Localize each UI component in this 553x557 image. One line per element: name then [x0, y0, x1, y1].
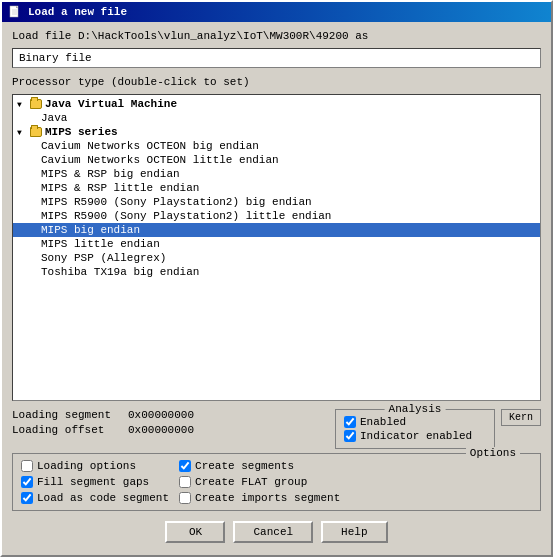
loading-offset-value: 0x00000000 — [128, 424, 194, 436]
tree-group-mips-label: MIPS series — [45, 126, 118, 138]
ok-button[interactable]: OK — [165, 521, 225, 543]
create-segments-label: Create segments — [195, 460, 294, 472]
tree-group-jvm-label: Java Virtual Machine — [45, 98, 177, 110]
file-path-label: Load file D:\HackTools\vlun_analyz\IoT\M… — [12, 30, 541, 42]
content-area: Load file D:\HackTools\vlun_analyz\IoT\M… — [2, 22, 551, 555]
create-segments-checkbox[interactable] — [179, 460, 191, 472]
title-bar: Load a new file — [2, 2, 551, 22]
processor-tree[interactable]: ▼ Java Virtual Machine Java ▼ MIPS serie… — [12, 94, 541, 401]
chevron-jvm: ▼ — [17, 100, 27, 109]
tree-item-java[interactable]: Java — [13, 111, 540, 125]
tree-item-toshiba-label: Toshiba TX19a big endian — [41, 266, 199, 278]
option-fill-gaps: Fill segment gaps — [21, 476, 169, 488]
tree-group-jvm[interactable]: ▼ Java Virtual Machine — [13, 97, 540, 111]
chevron-mips: ▼ — [17, 128, 27, 137]
folder-icon-jvm — [30, 99, 42, 109]
tree-item-r5900-big[interactable]: MIPS R5900 (Sony Playstation2) big endia… — [13, 195, 540, 209]
tree-item-toshiba[interactable]: Toshiba TX19a big endian — [13, 265, 540, 279]
analysis-indicator-label: Indicator enabled — [360, 430, 472, 442]
tree-item-cavium-little-label: Cavium Networks OCTEON little endian — [41, 154, 279, 166]
tree-item-mips-rsp-little-label: MIPS & RSP little endian — [41, 182, 199, 194]
fill-segment-gaps-checkbox[interactable] — [21, 476, 33, 488]
loading-segment-value: 0x00000000 — [128, 409, 194, 421]
document-icon — [8, 5, 22, 19]
loading-segment-label: Loading segment — [12, 409, 122, 421]
help-button[interactable]: Help — [321, 521, 387, 543]
options-right-col: Create segments Create FLAT group Create… — [179, 458, 340, 506]
kern-box: Kern — [501, 409, 541, 426]
analysis-box: Analysis Enabled Indicator enabled — [335, 409, 495, 449]
analysis-enabled-label: Enabled — [360, 416, 406, 428]
option-create-segments: Create segments — [179, 460, 340, 472]
option-create-imports: Create imports segment — [179, 492, 340, 504]
analysis-indicator-checkbox[interactable] — [344, 430, 356, 442]
tree-item-r5900-little-label: MIPS R5900 (Sony Playstation2) little en… — [41, 210, 331, 222]
analysis-title: Analysis — [385, 403, 446, 415]
analysis-enabled-checkbox[interactable] — [344, 416, 356, 428]
button-row: OK Cancel Help — [12, 521, 541, 543]
option-create-flat: Create FLAT group — [179, 476, 340, 488]
loading-offset-label: Loading offset — [12, 424, 122, 436]
tree-item-mips-little-label: MIPS little endian — [41, 238, 160, 250]
loading-options-checkbox[interactable] — [21, 460, 33, 472]
tree-item-mips-big[interactable]: MIPS big endian — [13, 223, 540, 237]
option-loading-options: Loading options — [21, 460, 169, 472]
processor-type-label: Processor type (double-click to set) — [12, 76, 541, 88]
folder-icon-mips — [30, 127, 42, 137]
tree-item-mips-rsp-big-label: MIPS & RSP big endian — [41, 168, 180, 180]
create-flat-group-checkbox[interactable] — [179, 476, 191, 488]
option-load-code: Load as code segment — [21, 492, 169, 504]
loading-segment-row: Loading segment 0x00000000 — [12, 409, 329, 421]
options-left-col: Loading options Fill segment gaps Load a… — [21, 458, 169, 506]
tree-item-cavium-little[interactable]: Cavium Networks OCTEON little endian — [13, 153, 540, 167]
analysis-enabled-row: Enabled — [344, 416, 486, 428]
kern-label: Kern — [509, 412, 533, 423]
tree-item-mips-rsp-big[interactable]: MIPS & RSP big endian — [13, 167, 540, 181]
create-imports-checkbox[interactable] — [179, 492, 191, 504]
loading-fields: Loading segment 0x00000000 Loading offse… — [12, 409, 329, 436]
tree-item-mips-little[interactable]: MIPS little endian — [13, 237, 540, 251]
bottom-section: Loading segment 0x00000000 Loading offse… — [12, 405, 541, 547]
create-flat-group-label: Create FLAT group — [195, 476, 307, 488]
tree-item-psp[interactable]: Sony PSP (Allegrex) — [13, 251, 540, 265]
tree-item-mips-big-label: MIPS big endian — [41, 224, 140, 236]
cancel-button[interactable]: Cancel — [233, 521, 313, 543]
fill-segment-gaps-label: Fill segment gaps — [37, 476, 149, 488]
options-box: Options Loading options Fill segment gap… — [12, 453, 541, 511]
tree-item-cavium-big-label: Cavium Networks OCTEON big endian — [41, 140, 259, 152]
main-window: Load a new file Load file D:\HackTools\v… — [0, 0, 553, 557]
load-code-segment-checkbox[interactable] — [21, 492, 33, 504]
tree-item-r5900-little[interactable]: MIPS R5900 (Sony Playstation2) little en… — [13, 209, 540, 223]
tree-item-java-label: Java — [41, 112, 67, 124]
loading-options-label: Loading options — [37, 460, 136, 472]
tree-item-r5900-big-label: MIPS R5900 (Sony Playstation2) big endia… — [41, 196, 312, 208]
tree-item-cavium-big[interactable]: Cavium Networks OCTEON big endian — [13, 139, 540, 153]
analysis-indicator-row: Indicator enabled — [344, 430, 486, 442]
file-type-input[interactable] — [12, 48, 541, 68]
create-imports-label: Create imports segment — [195, 492, 340, 504]
title-text: Load a new file — [28, 6, 127, 18]
loading-offset-row: Loading offset 0x00000000 — [12, 424, 329, 436]
load-code-segment-label: Load as code segment — [37, 492, 169, 504]
options-title: Options — [466, 447, 520, 459]
tree-group-mips[interactable]: ▼ MIPS series — [13, 125, 540, 139]
tree-item-psp-label: Sony PSP (Allegrex) — [41, 252, 166, 264]
tree-item-mips-rsp-little[interactable]: MIPS & RSP little endian — [13, 181, 540, 195]
